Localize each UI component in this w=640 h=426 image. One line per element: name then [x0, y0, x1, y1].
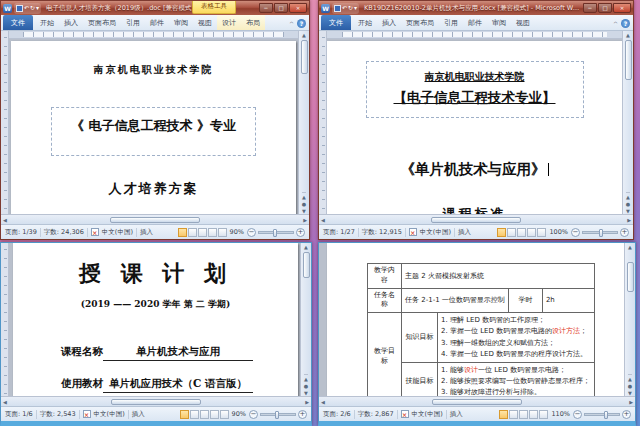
- view-print-layout-button[interactable]: [497, 228, 506, 237]
- close-button[interactable]: ×: [289, 3, 307, 13]
- page-indicator[interactable]: 页面: 1/27: [323, 228, 355, 237]
- proofing-status-icon[interactable]: ×: [83, 410, 91, 418]
- view-web-layout-button[interactable]: [198, 228, 207, 237]
- tab-mailings[interactable]: 邮件: [145, 15, 169, 30]
- view-outline-button[interactable]: [208, 228, 217, 237]
- tab-page-layout[interactable]: 页面布局: [83, 15, 121, 30]
- cell-hours-label[interactable]: 学时: [508, 288, 542, 313]
- vertical-scrollbar[interactable]: ▲ ▲ ● ▼: [300, 243, 311, 396]
- scroll-right-icon[interactable]: ▶: [303, 217, 307, 223]
- select-browse-object-icon[interactable]: ●: [304, 383, 308, 389]
- view-fullscreen-button[interactable]: [190, 410, 199, 419]
- view-web-layout-button[interactable]: [519, 410, 528, 419]
- view-draft-button[interactable]: [537, 228, 546, 237]
- view-print-layout-button[interactable]: [178, 228, 187, 237]
- word-count[interactable]: 字数: 12,915: [362, 228, 402, 237]
- cell-knowledge-goal-items[interactable]: 1. 理解 LED 数码管的工作原理； 2. 掌握一位 LED 数码管显示电路的…: [438, 313, 595, 363]
- zoom-out-icon[interactable]: −: [571, 228, 580, 237]
- cell-task-name-label[interactable]: 任务名称: [368, 288, 402, 313]
- language-indicator[interactable]: 中文(中国): [420, 228, 451, 237]
- tab-page-layout[interactable]: 页面布局: [401, 15, 439, 30]
- view-outline-button[interactable]: [210, 410, 219, 419]
- save-icon[interactable]: [16, 5, 23, 12]
- zoom-out-icon[interactable]: −: [573, 410, 582, 419]
- doc-subtitle[interactable]: 课程标准: [327, 205, 622, 214]
- tab-table-design[interactable]: 设计: [217, 15, 241, 30]
- doc-major-box[interactable]: 《 电子信息工程技术 》专业: [51, 107, 256, 156]
- lesson-design-table[interactable]: 教学内容 主题 2 火箭模拟发射系统 任务名称 任务 2-1-1 一位数码管显示…: [367, 263, 595, 396]
- zoom-in-icon[interactable]: +: [298, 410, 307, 419]
- zoom-in-icon[interactable]: +: [620, 228, 629, 237]
- doc-book-line[interactable]: 使用教材单片机应用技术（C 语言版）: [61, 377, 298, 393]
- view-outline-button[interactable]: [529, 410, 538, 419]
- scroll-left-icon[interactable]: ◀: [3, 399, 7, 405]
- tab-review[interactable]: 审阅: [487, 15, 511, 30]
- horizontal-scrollbar[interactable]: ◀ ▶: [1, 214, 309, 224]
- word-app-icon[interactable]: W: [3, 4, 12, 13]
- cell-teaching-content-label[interactable]: 教学内容: [368, 264, 402, 289]
- cell-skill-goal-label[interactable]: 技能目标: [402, 362, 438, 396]
- cell-teaching-content-value[interactable]: 主题 2 火箭模拟发射系统: [402, 264, 595, 289]
- zoom-slider[interactable]: [582, 231, 618, 234]
- title-bar[interactable]: W ↶↻▾ 电子信息人才培养方案（2019级）.doc [兼容模式] - M..…: [1, 1, 309, 15]
- zoom-slider-thumb[interactable]: [275, 411, 279, 419]
- horizontal-scrollbar[interactable]: ◀ ▶: [319, 396, 635, 406]
- previous-page-icon[interactable]: ▲: [302, 194, 306, 200]
- scroll-up-icon[interactable]: ▲: [628, 243, 632, 252]
- tab-view[interactable]: 视图: [193, 15, 217, 30]
- zoom-level[interactable]: 110%: [551, 410, 570, 418]
- page-indicator[interactable]: 页面: 1/39: [5, 228, 37, 237]
- undo-icon[interactable]: ↶: [342, 3, 347, 13]
- horizontal-scrollbar[interactable]: ◀ ▶: [319, 214, 633, 224]
- tab-table-layout[interactable]: 布局: [241, 15, 265, 30]
- hscrollbar-thumb[interactable]: [431, 217, 521, 223]
- vertical-ruler[interactable]: [1, 31, 9, 214]
- doc-course-title[interactable]: 《单片机技术与应用》: [327, 160, 622, 179]
- horizontal-ruler[interactable]: [9, 31, 298, 39]
- proofing-status-icon[interactable]: ×: [91, 228, 99, 236]
- redo-icon[interactable]: ↻: [30, 3, 35, 13]
- tab-references[interactable]: 引用: [121, 15, 145, 30]
- select-browse-object-icon[interactable]: ●: [302, 201, 306, 207]
- ribbon-collapse-icon[interactable]: ^: [289, 20, 294, 27]
- qat-dropdown-icon[interactable]: ▾: [36, 3, 39, 13]
- zoom-slider-thumb[interactable]: [604, 411, 608, 419]
- doc-header-box[interactable]: 南京机电职业技术学院 【电子信息工程技术专业】: [366, 61, 584, 118]
- vertical-ruler[interactable]: [319, 31, 327, 214]
- tab-mailings[interactable]: 邮件: [463, 15, 487, 30]
- scroll-left-icon[interactable]: ◀: [321, 399, 325, 405]
- document-page[interactable]: 教学内容 主题 2 火箭模拟发射系统 任务名称 任务 2-1-1 一位数码管显示…: [327, 243, 624, 396]
- vertical-scrollbar[interactable]: ▲ ▲ ● ▼: [624, 243, 635, 396]
- tab-home[interactable]: 开始: [35, 15, 59, 30]
- save-icon[interactable]: [334, 5, 341, 12]
- scrollbar-thumb[interactable]: [627, 262, 634, 292]
- insert-mode-indicator[interactable]: 插入: [450, 410, 463, 419]
- hscrollbar-thumb[interactable]: [111, 399, 201, 405]
- vertical-ruler[interactable]: [1, 243, 9, 396]
- scroll-up-icon[interactable]: ▲: [626, 31, 630, 40]
- language-indicator[interactable]: 中文(中国): [102, 228, 133, 237]
- help-icon[interactable]: ?: [297, 19, 306, 28]
- cell-knowledge-goal-label[interactable]: 知识目标: [402, 313, 438, 363]
- vertical-scrollbar[interactable]: ▲ ▲ ● ▼: [622, 31, 633, 214]
- zoom-slider[interactable]: [260, 413, 296, 416]
- doc-school-name[interactable]: 南京机电职业技术学院: [367, 70, 583, 84]
- doc-title[interactable]: 授 课 计 划: [13, 259, 298, 289]
- word-count[interactable]: 字数: 24,306: [44, 228, 84, 237]
- hscrollbar-thumb[interactable]: [110, 217, 200, 223]
- tab-references[interactable]: 引用: [439, 15, 463, 30]
- minimize-button[interactable]: ─: [583, 3, 597, 13]
- scroll-up-icon[interactable]: ▲: [304, 243, 308, 252]
- zoom-in-icon[interactable]: +: [296, 228, 305, 237]
- qat-dropdown-icon[interactable]: ▾: [354, 3, 357, 13]
- doc-subtitle[interactable]: 人才培养方案: [11, 180, 296, 198]
- minimize-button[interactable]: ─: [259, 3, 273, 13]
- zoom-level[interactable]: 100%: [549, 228, 568, 236]
- zoom-slider[interactable]: [584, 413, 620, 416]
- view-fullscreen-button[interactable]: [509, 410, 518, 419]
- word-count[interactable]: 字数: 2,867: [358, 410, 394, 419]
- scrollbar-thumb[interactable]: [301, 40, 308, 74]
- tab-home[interactable]: 开始: [353, 15, 377, 30]
- tab-file[interactable]: 文件: [3, 15, 33, 30]
- scroll-left-icon[interactable]: ◀: [3, 217, 7, 223]
